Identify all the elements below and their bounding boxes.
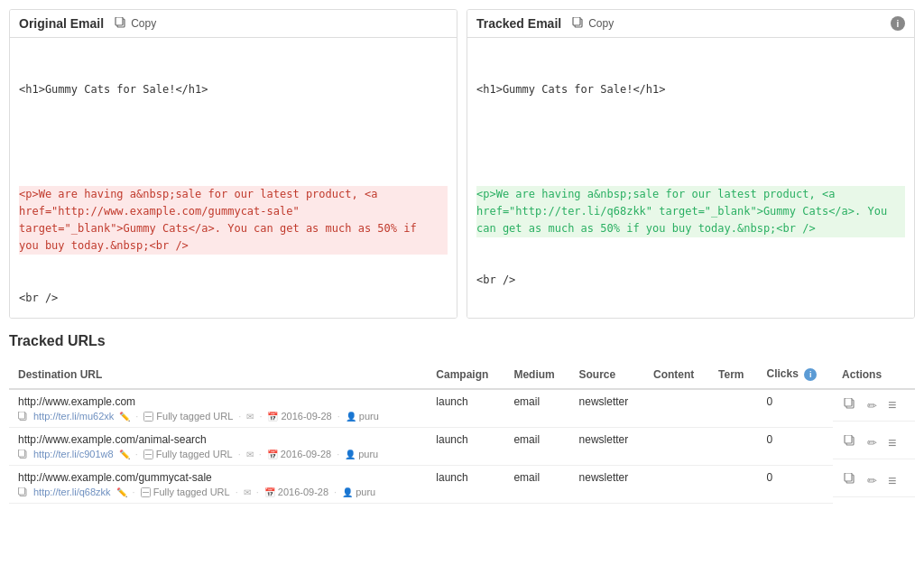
col-campaign: Campaign xyxy=(427,360,504,389)
actions-cell: ✏ ≡ xyxy=(833,428,915,459)
original-content-inner: <h1>Gummy Cats for Sale!</h1> <p>We are … xyxy=(19,47,448,318)
content-cell xyxy=(644,428,709,466)
info-icon[interactable]: i xyxy=(891,16,905,31)
user-label: puru xyxy=(356,487,375,497)
short-url-link[interactable]: http://ter.li/q68zkk xyxy=(33,487,111,497)
action-copy-button[interactable] xyxy=(842,396,858,415)
user-label: puru xyxy=(358,449,378,459)
copy-action-icon xyxy=(844,473,856,486)
tracked-urls-title: Tracked URLs xyxy=(9,333,915,349)
action-copy-button[interactable] xyxy=(842,433,858,452)
original-copy-button[interactable]: Copy xyxy=(109,15,162,32)
meta-dot-4: · xyxy=(334,487,337,497)
dest-url-main: http://www.example.com/gummycat-sale xyxy=(18,471,418,484)
svg-rect-17 xyxy=(19,487,25,495)
tracked-copy-label: Copy xyxy=(588,17,614,30)
meta-edit-icon[interactable]: ✏️ xyxy=(119,412,130,422)
meta-edit-icon[interactable]: ✏️ xyxy=(119,450,130,459)
dest-url-meta: http://ter.li/q68zkk ✏️ · Fully tagged U… xyxy=(18,487,418,497)
track-line-2 xyxy=(476,134,905,151)
campaign-cell: launch xyxy=(427,389,504,428)
dest-url-cell: http://www.example.com http://ter.li/mu6… xyxy=(9,389,427,428)
action-edit-button[interactable]: ✏ xyxy=(865,472,879,489)
calendar-icon: 📅 xyxy=(267,412,278,422)
content-cell xyxy=(644,389,709,428)
col-term: Term xyxy=(709,360,757,389)
col-destination-url: Destination URL xyxy=(9,360,427,389)
clicks-info-icon[interactable]: i xyxy=(804,368,817,381)
meta-dot-2: · xyxy=(238,449,241,459)
meta-dot-3: · xyxy=(256,487,259,497)
action-menu-button[interactable]: ≡ xyxy=(886,395,898,415)
tracked-copy-button[interactable]: Copy xyxy=(567,15,619,32)
meta-edit-icon[interactable]: ✏️ xyxy=(116,487,127,497)
date-label: 2016-09-28 xyxy=(281,411,331,422)
dest-url-cell: http://www.example.com/gummycat-sale htt… xyxy=(9,466,427,504)
url-table-header-row: Destination URL Campaign Medium Source C… xyxy=(9,360,915,389)
copy-action-icon xyxy=(844,435,856,448)
dest-url-cell: http://www.example.com/animal-search htt… xyxy=(9,428,427,466)
tracked-urls-section: Tracked URLs Destination URL Campaign Me… xyxy=(9,333,915,504)
url-table-head: Destination URL Campaign Medium Source C… xyxy=(9,360,915,389)
col-medium: Medium xyxy=(504,360,569,389)
tracked-panel-header: Tracked Email Copy i xyxy=(467,10,914,38)
meta-email-item: ✉ xyxy=(246,412,254,422)
clicks-cell: 0 xyxy=(758,466,834,504)
calendar-icon: 📅 xyxy=(264,487,275,497)
meta-dot-2: · xyxy=(238,411,241,422)
short-url-link[interactable]: http://ter.li/mu62xk xyxy=(33,411,114,422)
calendar-icon: 📅 xyxy=(267,450,278,459)
action-menu-button[interactable]: ≡ xyxy=(886,433,898,453)
email-icon: ✉ xyxy=(244,487,251,497)
action-edit-button[interactable]: ✏ xyxy=(865,434,879,451)
dest-url-meta: http://ter.li/mu62xk ✏️ · Fully tagged U… xyxy=(18,411,418,422)
meta-tag-item: Fully tagged URL xyxy=(141,487,230,497)
main-container: Original Email Copy <h1>Gummy Cats for S… xyxy=(0,0,924,513)
tag-icon xyxy=(143,450,153,459)
meta-dot-1: · xyxy=(135,411,138,422)
user-label: puru xyxy=(359,411,379,422)
meta-copy-icon-item xyxy=(18,487,28,497)
meta-dot-4: · xyxy=(337,411,340,422)
svg-rect-9 xyxy=(845,398,852,406)
email-icon: ✉ xyxy=(246,450,254,459)
source-cell: newsletter xyxy=(570,389,644,428)
track-line-1: <h1>Gummy Cats for Sale!</h1> xyxy=(476,81,905,98)
svg-rect-15 xyxy=(845,435,852,443)
original-panel-header: Original Email Copy xyxy=(10,10,457,38)
url-table: Destination URL Campaign Medium Source C… xyxy=(9,360,915,504)
copy-action-icon xyxy=(844,398,856,411)
actions-cell: ✏ ≡ xyxy=(833,390,915,422)
col-source: Source xyxy=(570,360,644,389)
clicks-cell: 0 xyxy=(758,428,834,466)
meta-user-item: 👤 puru xyxy=(342,487,375,497)
source-cell: newsletter xyxy=(570,466,644,504)
orig-line-2 xyxy=(19,134,448,151)
svg-rect-5 xyxy=(19,412,25,419)
orig-line-3: <br /> xyxy=(19,290,448,307)
tracked-content-inner: <h1>Gummy Cats for Sale!</h1> <p>We are … xyxy=(476,47,905,318)
copy-icon xyxy=(115,17,127,30)
table-row: http://www.example.com http://ter.li/mu6… xyxy=(9,389,915,428)
user-icon: 👤 xyxy=(345,450,356,459)
email-icon: ✉ xyxy=(246,412,254,422)
meta-user-item: 👤 puru xyxy=(346,411,379,422)
action-menu-button[interactable]: ≡ xyxy=(886,471,898,491)
campaign-cell: launch xyxy=(427,428,504,466)
source-cell: newsletter xyxy=(570,428,644,466)
meta-dot-1: · xyxy=(135,449,138,459)
col-clicks: Clicks i xyxy=(758,360,834,389)
copy-icon-tracked xyxy=(572,17,585,30)
short-url-link[interactable]: http://ter.li/c901w8 xyxy=(33,449,114,459)
medium-cell: email xyxy=(504,389,569,428)
track-green-block-1: <p>We are having a&nbsp;sale for our lat… xyxy=(476,186,905,238)
meta-user-item: 👤 puru xyxy=(345,449,378,459)
tracked-panel-content: <h1>Gummy Cats for Sale!</h1> <p>We are … xyxy=(467,38,914,318)
action-copy-button[interactable] xyxy=(842,471,858,490)
action-edit-button[interactable]: ✏ xyxy=(865,397,879,414)
meta-tag-item: Fully tagged URL xyxy=(143,411,233,422)
track-line-3: <br /> xyxy=(476,272,905,289)
tag-icon xyxy=(141,487,151,497)
dest-url-main: http://www.example.com/animal-search xyxy=(18,433,418,446)
orig-line-1: <h1>Gummy Cats for Sale!</h1> xyxy=(19,81,448,98)
